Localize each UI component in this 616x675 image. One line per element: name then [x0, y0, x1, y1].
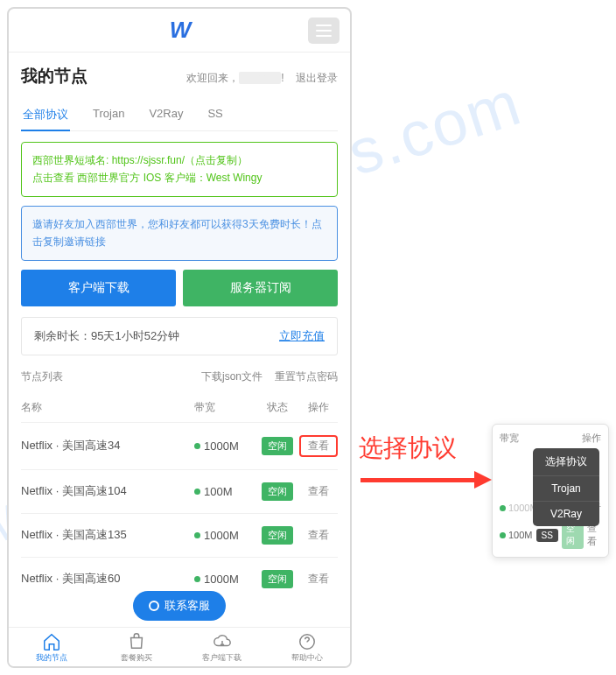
cloud-download-icon — [213, 632, 232, 651]
download-json-link[interactable]: 下载json文件 — [201, 369, 262, 384]
list-title: 节点列表 — [21, 369, 63, 384]
view-button[interactable]: 查看 — [299, 435, 338, 457]
protocol-popup: 带宽 操作 选择协议 Trojan V2Ray 1000M 空闲 查看 100M… — [492, 424, 609, 558]
status-badge: 空闲 — [262, 482, 293, 501]
bag-icon — [127, 632, 146, 651]
nav-purchase[interactable]: 套餐购买 — [94, 628, 180, 666]
status-badge: 空闲 — [262, 437, 293, 455]
phone-frame: W 我的节点 欢迎回来，xx! 退出登录 全部协议 Trojan V2Ray S… — [7, 7, 352, 668]
view-button[interactable]: 查看 — [299, 572, 338, 587]
nav-my-nodes[interactable]: 我的节点 — [9, 628, 94, 666]
table-header: 名称 带宽 状态 操作 — [21, 393, 338, 422]
annotation-arrow — [360, 471, 492, 489]
page-title: 我的节点 — [21, 65, 88, 88]
table-row: Netflix · 美国高速341000M空闲查看 — [21, 422, 338, 469]
tab-all[interactable]: 全部协议 — [21, 100, 70, 131]
nav-download[interactable]: 客户端下载 — [179, 628, 265, 666]
welcome-text: 欢迎回来，xx! 退出登录 — [186, 71, 338, 86]
node-bandwidth: 1000M — [194, 573, 256, 586]
node-name: Netflix · 美国高速34 — [21, 438, 194, 454]
menu-icon[interactable] — [308, 18, 340, 44]
node-name: Netflix · 美国高速104 — [21, 483, 194, 499]
dropdown-title: 选择协议 — [533, 448, 599, 476]
home-icon — [42, 632, 61, 651]
annotation-label: 选择协议 — [359, 432, 457, 465]
topbar: W — [9, 9, 350, 53]
bottom-nav: 我的节点 套餐购买 客户端下载 帮助中心 — [9, 627, 350, 666]
contact-support-button[interactable]: 联系客服 — [133, 591, 226, 621]
status-badge: 空闲 — [262, 526, 293, 545]
logo: W — [170, 17, 190, 44]
tab-v2ray[interactable]: V2Ray — [147, 100, 185, 130]
table-row: Netflix · 美国高速1351000M空闲查看 — [21, 513, 338, 557]
view-button[interactable]: 查看 — [299, 528, 338, 543]
recharge-link[interactable]: 立即充值 — [279, 328, 325, 344]
table-row: Netflix · 美国高速104100M空闲查看 — [21, 469, 338, 513]
help-icon — [298, 632, 317, 651]
tab-ss[interactable]: SS — [206, 100, 224, 130]
dropdown-option-trojan[interactable]: Trojan — [533, 476, 599, 502]
download-client-button[interactable]: 客户端下载 — [21, 270, 176, 306]
reset-password-link[interactable]: 重置节点密码 — [275, 369, 338, 384]
info-shortdomain[interactable]: 西部世界短域名: https://sjssr.fun/（点击复制） 点击查看 西… — [21, 142, 338, 197]
node-bandwidth: 100M — [194, 485, 256, 498]
status-badge: 空闲 — [262, 570, 293, 588]
ss-badge[interactable]: SS — [536, 529, 558, 542]
username-masked: xx — [239, 72, 281, 84]
node-name: Netflix · 美国高速135 — [21, 527, 194, 543]
dropdown-option-v2ray[interactable]: V2Ray — [533, 502, 599, 526]
info-invite[interactable]: 邀请好友加入西部世界，您和好友都可以获得3天免费时长！点击复制邀请链接 — [21, 206, 338, 261]
node-bandwidth: 1000M — [194, 439, 256, 453]
content: 我的节点 欢迎回来，xx! 退出登录 全部协议 Trojan V2Ray SS … — [9, 53, 350, 627]
view-button[interactable]: 查看 — [299, 484, 338, 499]
protocol-dropdown: 选择协议 Trojan V2Ray — [533, 448, 599, 526]
nav-help[interactable]: 帮助中心 — [265, 628, 351, 666]
node-bandwidth: 1000M — [194, 529, 256, 542]
tab-trojan[interactable]: Trojan — [91, 100, 126, 130]
list-toolbar: 节点列表 下载json文件 重置节点密码 — [21, 369, 338, 384]
protocol-tabs: 全部协议 Trojan V2Ray SS — [21, 100, 338, 131]
node-name: Netflix · 美国高速60 — [21, 571, 194, 587]
chat-icon — [149, 601, 159, 611]
popup-header: 带宽 操作 — [498, 430, 603, 448]
balance-box: 剩余时长：95天1小时52分钟 立即充值 — [21, 317, 338, 355]
logout-link[interactable]: 退出登录 — [296, 72, 338, 84]
server-subscribe-button[interactable]: 服务器订阅 — [183, 270, 338, 306]
